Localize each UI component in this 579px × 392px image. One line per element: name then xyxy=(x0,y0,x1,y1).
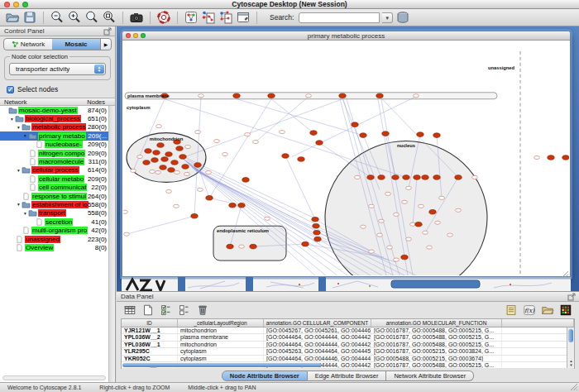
network-node[interactable] xyxy=(156,125,162,128)
network-node-selected[interactable] xyxy=(415,222,422,227)
network-node[interactable] xyxy=(195,131,201,134)
network-node[interactable] xyxy=(361,225,366,228)
network-node[interactable] xyxy=(379,219,385,222)
network-node-selected[interactable] xyxy=(194,163,201,168)
table-horizontal-scrollbar[interactable] xyxy=(122,363,321,367)
network-node[interactable] xyxy=(280,131,285,134)
network-node-selected[interactable] xyxy=(352,122,358,127)
network-node[interactable] xyxy=(377,233,383,237)
table-cell[interactable]: YJR121W__1 xyxy=(122,327,178,333)
network-node[interactable] xyxy=(447,233,453,237)
new-attribute-icon[interactable] xyxy=(141,304,155,317)
float-panel-icon[interactable] xyxy=(567,293,576,301)
select-nodes-checkbox[interactable]: ✓ xyxy=(7,86,14,93)
float-panel-icon[interactable] xyxy=(103,27,112,36)
network-node[interactable] xyxy=(406,186,412,189)
network-node[interactable] xyxy=(406,237,412,241)
network-node-selected[interactable] xyxy=(250,244,256,249)
table-cell[interactable] xyxy=(502,327,574,333)
network-node[interactable] xyxy=(410,222,416,226)
network-node-selected[interactable] xyxy=(282,154,289,159)
expand-arrow-icon[interactable]: ▾ xyxy=(16,168,22,173)
select-attributes-icon[interactable] xyxy=(160,304,173,317)
network-node-selected[interactable] xyxy=(433,133,440,138)
table-cell[interactable]: [GO:0044464, GO:0044444, GO:0044425, G..… xyxy=(264,342,371,347)
network-node[interactable] xyxy=(166,189,172,193)
delete-attribute-icon[interactable] xyxy=(196,304,209,317)
annotation-icon[interactable] xyxy=(236,10,251,25)
network-node-selected[interactable] xyxy=(429,209,436,214)
background-windows-strip[interactable] xyxy=(122,277,571,291)
network-node-selected[interactable] xyxy=(242,178,249,183)
tree-row[interactable]: multi-organism pro42(0) xyxy=(0,226,115,234)
tree-row[interactable]: nitrogen compo209(0) xyxy=(0,149,115,157)
table-cell[interactable]: mitochondrion xyxy=(178,327,264,333)
node-color-dropdown[interactable]: transporter activity ▲▼ xyxy=(9,63,106,75)
tree-col-nodes[interactable]: Nodes xyxy=(87,98,105,105)
expand-arrow-icon[interactable]: ▾ xyxy=(9,117,15,122)
table-cell[interactable]: cytoplasm xyxy=(178,356,264,361)
network-node-selected[interactable] xyxy=(268,93,275,98)
network-node-selected[interactable] xyxy=(382,131,389,136)
tab-network-attribute-browser[interactable]: Network Attribute Browser xyxy=(386,370,474,381)
minimize-button-icon[interactable] xyxy=(13,2,19,7)
close-button-icon[interactable] xyxy=(4,2,10,7)
network-node-selected[interactable] xyxy=(314,237,321,241)
table-row[interactable]: YPL036W__1mitochondrion[GO:0044464, GO:0… xyxy=(122,342,574,348)
network-node[interactable] xyxy=(123,210,127,213)
table-cell[interactable] xyxy=(502,356,574,361)
network-node-selected[interactable] xyxy=(298,157,304,162)
network-node-selected[interactable] xyxy=(392,175,399,180)
network-node-selected[interactable] xyxy=(417,132,423,137)
table-row[interactable]: YPL036W__2plasma membrane[GO:0044464, GO… xyxy=(122,334,574,341)
table-cell[interactable]: [GO:0044464, GO:0044446, GO:0044444, G..… xyxy=(264,356,371,361)
tree-row[interactable]: ▾establishment of lo558(0) xyxy=(0,200,115,208)
tree-row[interactable]: cell communicat22(0) xyxy=(0,184,115,192)
network-node[interactable] xyxy=(402,200,408,203)
network-node[interactable] xyxy=(355,175,361,179)
network-node-selected[interactable] xyxy=(229,203,236,208)
network-node[interactable] xyxy=(414,94,419,98)
tree-row[interactable]: secretion41(0) xyxy=(0,218,115,226)
network-node[interactable] xyxy=(156,170,161,174)
network-node-selected[interactable] xyxy=(227,244,233,249)
table-cell[interactable]: YLR295C xyxy=(122,348,178,354)
zoom-region-icon[interactable] xyxy=(102,10,117,25)
window-zoom-icon[interactable] xyxy=(141,33,146,38)
expand-arrow-icon[interactable]: ▾ xyxy=(22,211,28,216)
network-node-selected[interactable] xyxy=(171,160,178,165)
help-icon[interactable] xyxy=(156,10,171,25)
matrix-icon[interactable] xyxy=(559,304,572,317)
window-resize-grip[interactable] xyxy=(561,267,569,275)
zoom-out-icon[interactable] xyxy=(50,10,65,25)
tab-edge-attribute-browser[interactable]: Edge Attribute Browser xyxy=(308,370,387,381)
table-cell[interactable]: YPL036W__1 xyxy=(122,342,178,347)
network-node-selected[interactable] xyxy=(238,203,245,208)
network-node[interactable] xyxy=(214,139,220,142)
tree-row[interactable]: unassigned223(0) xyxy=(0,235,115,243)
table-column-header[interactable]: annotation.GO CELLULAR_COMPONENT xyxy=(264,319,371,327)
table-cell[interactable]: plasma membrane xyxy=(178,334,264,340)
more-tabs-arrow-icon[interactable]: ▶ xyxy=(100,39,111,50)
network-node[interactable] xyxy=(198,188,203,191)
table-cell[interactable]: [GO:0016787, GO:0005488, GO:0005215, G..… xyxy=(371,327,502,333)
table-cell[interactable]: mitochondrion xyxy=(178,342,264,347)
window-minimize-icon[interactable] xyxy=(133,33,138,38)
network-node[interactable] xyxy=(472,175,478,179)
network-node-selected[interactable] xyxy=(376,93,383,98)
network-node[interactable] xyxy=(185,145,191,148)
network-node[interactable] xyxy=(394,213,400,216)
network-node-selected[interactable] xyxy=(367,175,374,180)
network-node[interactable] xyxy=(223,152,228,155)
network-node-selected[interactable] xyxy=(310,131,317,136)
table-cell[interactable]: [GO:0005488, GO:0005215, GO:0003674] xyxy=(371,356,502,361)
open-icon[interactable] xyxy=(5,10,20,25)
network-node-selected[interactable] xyxy=(143,160,150,165)
network-node-selected[interactable] xyxy=(422,175,428,180)
network-node[interactable] xyxy=(175,170,180,174)
table-row[interactable]: YJR121W__1mitochondrion[GO:0045267, GO:0… xyxy=(122,327,574,334)
table-cell[interactable]: [GO:0044464, GO:0044444, GO:0044425, G..… xyxy=(264,334,371,340)
table-cell[interactable]: [GO:0045267, GO:0045261, GO:0044464, G..… xyxy=(264,327,371,333)
network-node[interactable] xyxy=(534,155,540,159)
network-canvas[interactable]: plasma membranecytoplasmmitochondrionnuc… xyxy=(123,41,569,275)
